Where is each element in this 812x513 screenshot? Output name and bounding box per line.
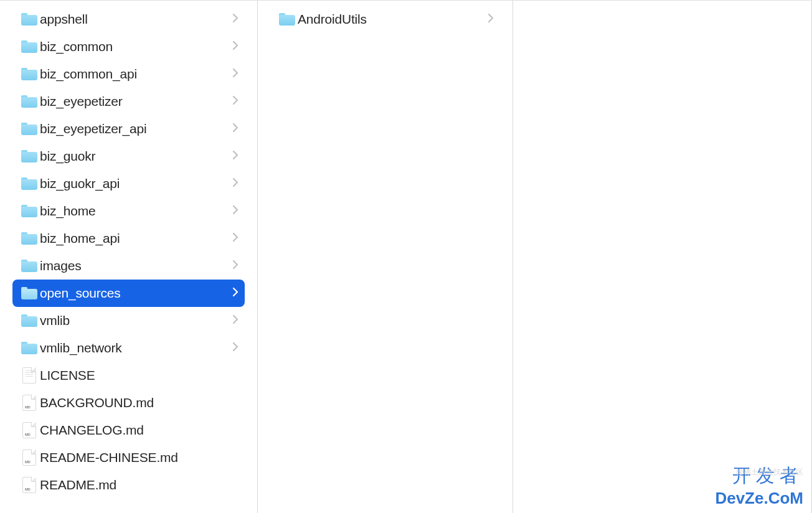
item-label: biz_eyepetizer bbox=[40, 94, 233, 109]
file-item[interactable]: README-CHINESE.md bbox=[12, 444, 245, 471]
folder-icon bbox=[21, 13, 37, 26]
file-icon bbox=[22, 367, 36, 384]
markdown-file-icon bbox=[22, 395, 36, 411]
folder-item[interactable]: open_sources bbox=[12, 280, 245, 307]
chevron-right-icon bbox=[233, 288, 238, 299]
markdown-file-icon bbox=[22, 422, 36, 438]
chevron-right-icon bbox=[233, 123, 238, 134]
chevron-right-icon bbox=[233, 151, 238, 162]
folder-icon bbox=[21, 287, 37, 299]
folder-icon bbox=[21, 232, 37, 245]
folder-item[interactable]: biz_eyepetizer_api bbox=[12, 115, 245, 143]
chevron-right-icon bbox=[233, 260, 238, 271]
chevron-right-icon bbox=[233, 233, 238, 244]
folder-item[interactable]: biz_guokr bbox=[12, 143, 245, 170]
markdown-file-icon bbox=[22, 477, 36, 493]
item-label: vmlib_network bbox=[40, 341, 233, 355]
item-label: BACKGROUND.md bbox=[40, 395, 238, 410]
finder-column-view: appshellbiz_commonbiz_common_apibiz_eyep… bbox=[0, 0, 812, 513]
folder-icon bbox=[21, 177, 37, 190]
item-label: open_sources bbox=[40, 286, 233, 301]
chevron-right-icon bbox=[233, 315, 238, 326]
folder-icon bbox=[21, 95, 37, 108]
folder-item[interactable]: biz_common_api bbox=[12, 60, 245, 88]
item-label: biz_common bbox=[40, 39, 233, 54]
item-label: images bbox=[40, 258, 233, 273]
folder-item[interactable]: biz_common bbox=[12, 33, 245, 60]
item-label: LICENSE bbox=[40, 368, 238, 383]
chevron-right-icon bbox=[233, 68, 238, 80]
chevron-right-icon bbox=[233, 41, 238, 52]
file-item[interactable]: README.md bbox=[12, 471, 245, 499]
item-label: biz_guokr bbox=[40, 149, 233, 164]
item-label: README-CHINESE.md bbox=[40, 450, 238, 465]
folder-icon bbox=[21, 123, 37, 135]
chevron-right-icon bbox=[233, 342, 238, 354]
folder-item[interactable]: images bbox=[12, 252, 245, 280]
item-label: appshell bbox=[40, 12, 233, 27]
folder-item[interactable]: biz_home_api bbox=[12, 225, 245, 252]
file-item[interactable]: LICENSE bbox=[12, 362, 245, 389]
markdown-file-icon bbox=[22, 449, 36, 466]
chevron-right-icon bbox=[233, 14, 238, 25]
file-item[interactable]: CHANGELOG.md bbox=[12, 417, 245, 444]
folder-item[interactable]: biz_guokr_api bbox=[12, 170, 245, 197]
folder-icon bbox=[21, 342, 37, 354]
item-label: biz_eyepetizer_api bbox=[40, 121, 233, 136]
folder-icon bbox=[21, 314, 37, 327]
folder-item[interactable]: vmlib_network bbox=[12, 334, 245, 362]
item-label: biz_home_api bbox=[40, 231, 233, 246]
folder-item[interactable]: AndroidUtils bbox=[270, 6, 500, 33]
chevron-right-icon bbox=[233, 178, 238, 189]
chevron-right-icon bbox=[233, 205, 238, 217]
item-label: vmlib bbox=[40, 313, 233, 328]
folder-icon bbox=[21, 68, 37, 80]
folder-icon bbox=[21, 205, 37, 217]
folder-icon bbox=[21, 150, 37, 162]
folder-item[interactable]: biz_home bbox=[12, 197, 245, 225]
chevron-right-icon bbox=[488, 14, 494, 25]
column-2: AndroidUtils bbox=[258, 1, 513, 513]
column-3 bbox=[513, 1, 812, 513]
file-item[interactable]: BACKGROUND.md bbox=[12, 389, 245, 417]
folder-item[interactable]: biz_eyepetizer bbox=[12, 88, 245, 115]
chevron-right-icon bbox=[233, 96, 238, 107]
item-label: README.md bbox=[40, 478, 238, 492]
item-label: CHANGELOG.md bbox=[40, 423, 238, 438]
item-label: biz_home bbox=[40, 204, 233, 219]
folder-icon bbox=[279, 13, 295, 26]
item-label: AndroidUtils bbox=[298, 12, 488, 27]
folder-icon bbox=[21, 40, 37, 53]
item-label: biz_common_api bbox=[40, 67, 233, 82]
folder-item[interactable]: appshell bbox=[12, 6, 245, 33]
folder-icon bbox=[21, 260, 37, 272]
item-label: biz_guokr_api bbox=[40, 176, 233, 191]
folder-item[interactable]: vmlib bbox=[12, 307, 245, 334]
column-1: appshellbiz_commonbiz_common_apibiz_eyep… bbox=[0, 1, 258, 513]
